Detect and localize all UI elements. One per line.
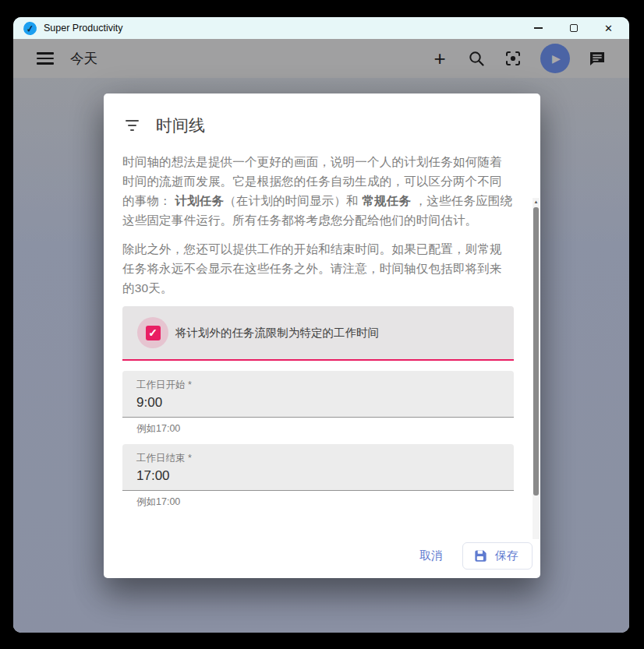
checkbox-label: 将计划外的任务流限制为特定的工作时间 <box>175 326 379 340</box>
workday-start-group: 工作日开始 * 9:00 例如17:00 <box>122 371 514 436</box>
close-icon: ✕ <box>604 23 613 34</box>
intro-text: （在计划的时间显示）和 <box>224 194 362 207</box>
timeline-dialog: 时间线 时间轴的想法是提供一个更好的画面，说明一个人的计划任务如何随着时间的流逝… <box>104 93 540 578</box>
close-button[interactable]: ✕ <box>591 17 626 39</box>
dialog-content: 时间轴的想法是提供一个更好的画面，说明一个人的计划任务如何随着时间的流逝而发展。… <box>104 139 540 539</box>
restrict-worktime-checkbox[interactable]: ✓ 将计划外的任务流限制为特定的工作时间 <box>122 306 514 361</box>
dialog-footer: 取消 保存 <box>104 539 540 578</box>
maximize-icon <box>570 24 578 32</box>
workday-end-hint: 例如17:00 <box>136 496 514 509</box>
minimize-button[interactable] <box>521 17 556 39</box>
window-controls: ✕ <box>521 17 626 39</box>
dialog-title: 时间线 <box>156 115 205 136</box>
save-icon <box>473 548 488 563</box>
workday-start-value: 9:00 <box>136 395 514 411</box>
workday-end-value: 17:00 <box>136 468 514 484</box>
checkbox-ripple: ✓ <box>137 317 168 348</box>
workday-start-input[interactable]: 工作日开始 * 9:00 <box>122 371 514 418</box>
intro-paragraph: 时间轴的想法是提供一个更好的画面，说明一个人的计划任务如何随着时间的流逝而发展。… <box>122 152 514 230</box>
scrollbar-thumb[interactable] <box>533 207 539 496</box>
check-glyph: ✓ <box>148 326 157 339</box>
workday-end-group: 工作日结束 * 17:00 例如17:00 <box>122 444 514 509</box>
window-title: Super Productivity <box>44 23 122 34</box>
window-titlebar: ✓ Super Productivity ✕ <box>13 17 629 39</box>
workday-end-label: 工作日结束 * <box>136 452 514 465</box>
workday-start-label: 工作日开始 * <box>136 379 514 392</box>
logo-check-glyph: ✓ <box>26 22 35 34</box>
save-button-label: 保存 <box>495 548 518 563</box>
workday-start-hint: 例如17:00 <box>136 422 514 436</box>
app-logo-icon: ✓ <box>23 20 37 35</box>
scroll-up-icon[interactable]: ▲ <box>533 198 540 206</box>
maximize-button[interactable] <box>556 17 591 39</box>
workday-end-input[interactable]: 工作日结束 * 17:00 <box>122 444 514 491</box>
scheduled-tasks-term: 计划任务 <box>175 194 224 207</box>
worktime-paragraph: 除此之外，您还可以提供工作的开始和结束时间。如果已配置，则常规任务将永远不会显示… <box>122 239 514 298</box>
app-window: ✓ Super Productivity ✕ 今天 + <box>13 17 629 633</box>
dialog-scrollbar[interactable]: ▲ ▼ <box>533 198 540 539</box>
cancel-button[interactable]: 取消 <box>405 542 457 570</box>
filter-icon <box>125 120 139 131</box>
checkbox-checked-icon: ✓ <box>146 326 161 340</box>
dialog-header: 时间线 <box>104 93 540 139</box>
minimize-icon <box>534 27 543 29</box>
save-button[interactable]: 保存 <box>462 542 533 570</box>
regular-tasks-term: 常规任务 <box>362 194 411 207</box>
